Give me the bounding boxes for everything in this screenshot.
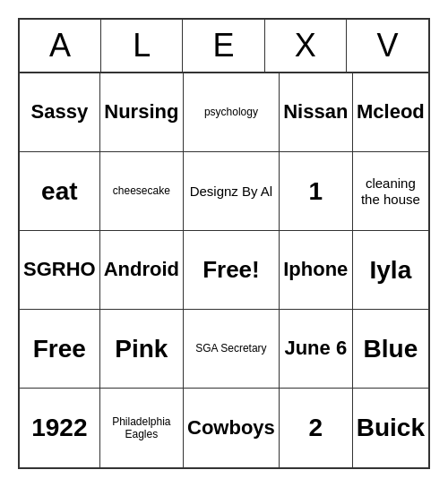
bingo-cell-14: Iyla xyxy=(353,231,428,310)
bingo-cell-3: Nissan xyxy=(280,73,353,152)
bingo-cell-23: 2 xyxy=(280,389,353,467)
bingo-cell-10: SGRHO xyxy=(20,231,100,310)
cell-text-1: Nursing xyxy=(104,100,178,124)
bingo-cell-18: June 6 xyxy=(280,310,353,389)
bingo-cell-7: Designz By Al xyxy=(184,152,280,231)
cell-text-23: 2 xyxy=(308,413,323,443)
cell-text-7: Designz By Al xyxy=(190,184,273,200)
cell-text-13: Iphone xyxy=(283,258,348,281)
bingo-cell-16: Pink xyxy=(100,310,184,389)
bingo-cell-2: psychology xyxy=(184,73,280,152)
bingo-cell-8: 1 xyxy=(280,152,353,231)
cell-text-16: Pink xyxy=(115,334,168,364)
header-letter-A: A xyxy=(20,20,101,72)
bingo-cell-6: cheesecake xyxy=(100,152,184,231)
header-letter-V: V xyxy=(347,20,428,72)
cell-text-9: cleaning the house xyxy=(357,175,425,208)
cell-text-14: Iyla xyxy=(370,255,412,286)
bingo-cell-19: Blue xyxy=(353,310,428,389)
cell-text-21: Philadelphia Eagles xyxy=(104,415,179,441)
cell-text-19: Blue xyxy=(364,334,418,364)
cell-text-18: June 6 xyxy=(284,337,347,360)
cell-text-12: Free! xyxy=(202,256,260,284)
cell-text-11: Android xyxy=(104,258,179,281)
cell-text-22: Cowboys xyxy=(187,416,275,440)
bingo-cell-11: Android xyxy=(100,231,184,310)
header-letter-E: E xyxy=(183,20,264,72)
cell-text-17: SGA Secretary xyxy=(195,342,266,355)
cell-text-6: cheesecake xyxy=(113,184,170,197)
bingo-cell-12: Free! xyxy=(184,231,280,310)
cell-text-4: Mcleod xyxy=(357,100,425,124)
cell-text-8: 1 xyxy=(308,176,323,207)
cell-text-24: Buick xyxy=(357,413,425,443)
cell-text-15: Free xyxy=(33,334,86,364)
cell-text-0: Sassy xyxy=(31,100,89,124)
bingo-cell-1: Nursing xyxy=(100,73,184,152)
header-letter-X: X xyxy=(265,20,347,72)
bingo-cell-4: Mcleod xyxy=(353,73,428,152)
header-letter-L: L xyxy=(101,20,183,72)
bingo-cell-24: Buick xyxy=(353,389,428,467)
bingo-grid: SassyNursingpsychologyNissanMcleodeatche… xyxy=(20,73,428,467)
cell-text-2: psychology xyxy=(204,106,258,118)
cell-text-10: SGRHO xyxy=(23,258,96,281)
cell-text-20: 1922 xyxy=(31,413,87,443)
bingo-card: ALEXV SassyNursingpsychologyNissanMcleod… xyxy=(18,18,430,469)
bingo-cell-15: Free xyxy=(20,310,100,389)
bingo-header: ALEXV xyxy=(20,20,428,73)
bingo-cell-20: 1922 xyxy=(20,389,100,467)
bingo-cell-0: Sassy xyxy=(20,73,100,152)
bingo-cell-17: SGA Secretary xyxy=(184,310,280,389)
bingo-cell-22: Cowboys xyxy=(184,389,280,467)
cell-text-5: eat xyxy=(41,176,77,207)
cell-text-3: Nissan xyxy=(283,100,348,124)
bingo-cell-13: Iphone xyxy=(280,231,353,310)
bingo-cell-21: Philadelphia Eagles xyxy=(100,389,184,467)
bingo-cell-5: eat xyxy=(20,152,100,231)
bingo-cell-9: cleaning the house xyxy=(353,152,428,231)
